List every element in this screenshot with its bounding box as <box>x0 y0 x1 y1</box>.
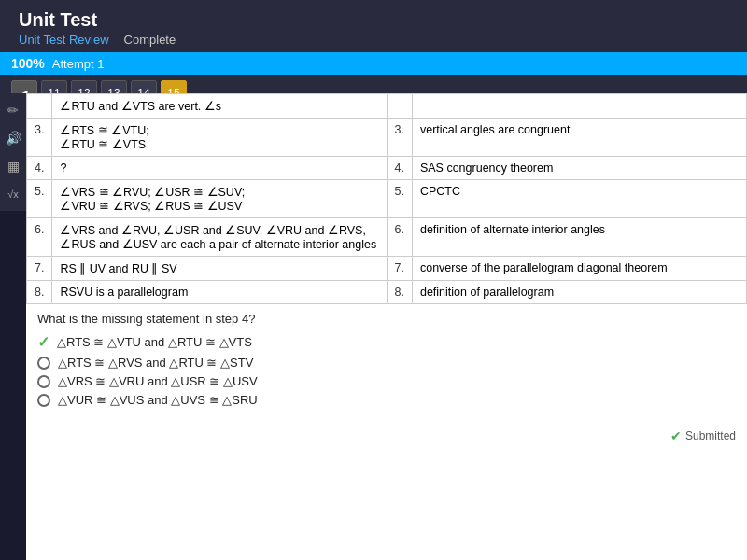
statement-cell: ∠VRS ≅ ∠RVU; ∠USR ≅ ∠SUV;∠VRU ≅ ∠RVS; ∠R… <box>52 180 387 218</box>
choice-a-text: △RTS ≅ △VTU and △RTU ≅ △VTS <box>57 335 252 349</box>
radio-c <box>37 375 50 388</box>
reason-cell: SAS congruency theorem <box>412 157 746 180</box>
table-row: 4. ? 4. SAS congruency theorem <box>27 157 747 180</box>
statement-cell: ∠RTS ≅ ∠VTU;∠RTU ≅ ∠VTS <box>52 119 387 157</box>
answer-choice-b[interactable]: △RTS ≅ △RVS and △RTU ≅ △STV <box>37 356 736 370</box>
table-row: 3. ∠RTS ≅ ∠VTU;∠RTU ≅ ∠VTS 3. vertical a… <box>27 119 747 157</box>
choice-c-text: △VRS ≅ △VRU and △USR ≅ △USV <box>58 374 258 388</box>
statement-cell: ∠VRS and ∠RVU, ∠USR and ∠SUV, ∠VRU and ∠… <box>52 218 387 257</box>
table-row: 7. RS ∥ UV and RU ∥ SV 7. converse of th… <box>27 257 747 281</box>
radio-d <box>37 394 50 407</box>
audio-icon[interactable]: 🔊 <box>0 125 26 151</box>
status-badge: Complete <box>124 33 176 47</box>
answer-choice-d[interactable]: △VUR ≅ △VUS and △UVS ≅ △SRU <box>37 393 736 407</box>
table-row: ∠RTU and ∠VTS are vert. ∠s <box>27 94 747 119</box>
question-text: What is the missing statement in step 4? <box>37 312 736 326</box>
table-row: 5. ∠VRS ≅ ∠RVU; ∠USR ≅ ∠SUV;∠VRU ≅ ∠RVS;… <box>27 180 747 218</box>
left-sidebar: ✏ 🔊 ▦ √x <box>0 93 26 211</box>
progress-bar: 100% Attempt 1 <box>0 52 747 75</box>
submitted-check-icon: ✔ <box>670 428 682 443</box>
statement-cell: RSVU is a parallelogram <box>52 281 387 304</box>
proof-table: ∠RTU and ∠VTS are vert. ∠s 3. ∠RTS ≅ ∠VT… <box>26 93 747 304</box>
pencil-icon[interactable]: ✏ <box>0 97 26 123</box>
reason-cell: definition of parallelogram <box>412 281 746 304</box>
subtitle-link[interactable]: Unit Test Review <box>19 33 109 47</box>
top-header: Unit Test Unit Test Review Complete <box>0 0 747 52</box>
attempt-label: Attempt 1 <box>52 57 105 71</box>
statement-cell: RS ∥ UV and RU ∥ SV <box>52 257 387 281</box>
correct-checkmark: ✓ <box>37 333 49 351</box>
calculator-icon[interactable]: ▦ <box>0 153 26 179</box>
submitted-label: Submitted <box>685 429 736 442</box>
submitted-badge: ✔ Submitted <box>670 428 736 443</box>
radio-b <box>37 357 50 370</box>
reason-cell: definition of alternate interior angles <box>412 218 746 257</box>
answer-choice-a[interactable]: ✓ △RTS ≅ △VTU and △RTU ≅ △VTS <box>37 333 736 351</box>
answer-choice-c[interactable]: △VRS ≅ △VRU and △USR ≅ △USV <box>37 374 736 388</box>
statement-cell: ? <box>52 157 387 180</box>
progress-percent: 100% <box>11 56 45 71</box>
main-content: ∠RTU and ∠VTS are vert. ∠s 3. ∠RTS ≅ ∠VT… <box>26 93 747 560</box>
choice-d-text: △VUR ≅ △VUS and △UVS ≅ △SRU <box>58 393 258 407</box>
table-row: 8. RSVU is a parallelogram 8. definition… <box>27 281 747 304</box>
question-section: What is the missing statement in step 4?… <box>26 304 747 419</box>
table-row: 6. ∠VRS and ∠RVU, ∠USR and ∠SUV, ∠VRU an… <box>27 218 747 257</box>
page-title: Unit Test <box>19 9 728 31</box>
reason-cell <box>412 94 746 119</box>
reason-cell: converse of the parallelogram diagonal t… <box>412 257 746 281</box>
statement-cell: ∠RTU and ∠VTS are vert. ∠s <box>52 94 387 119</box>
sqrt-icon[interactable]: √x <box>0 181 26 207</box>
choice-b-text: △RTS ≅ △RVS and △RTU ≅ △STV <box>58 356 253 370</box>
reason-cell: CPCTC <box>412 180 746 218</box>
reason-cell: vertical angles are congruent <box>412 119 746 157</box>
